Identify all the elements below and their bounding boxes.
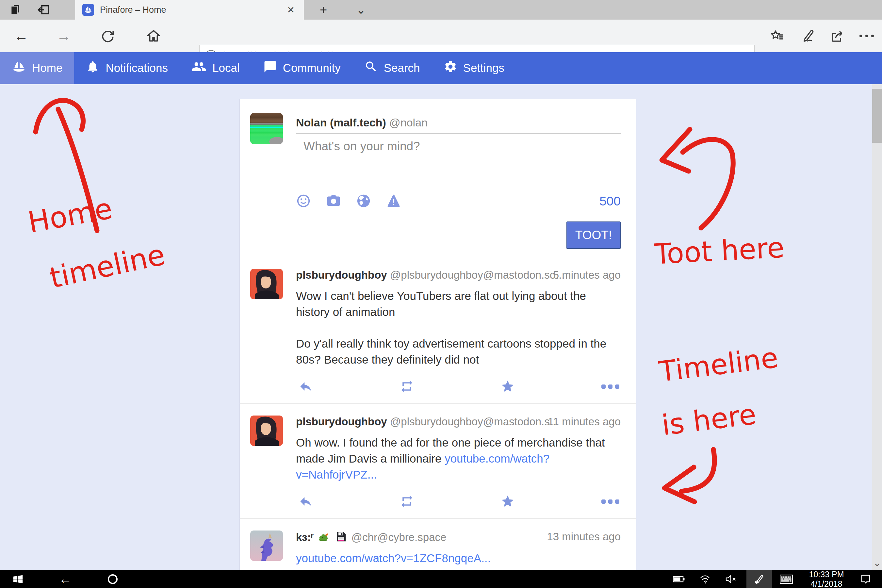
floppy-disk-emoji	[335, 531, 347, 543]
sailboat-icon	[12, 60, 26, 76]
action-center-icon[interactable]	[854, 570, 877, 588]
battery-icon[interactable]	[669, 570, 688, 588]
more-options-icon[interactable]	[602, 379, 620, 394]
web-note-pen-button[interactable]	[793, 20, 822, 52]
avatar[interactable]	[250, 269, 283, 299]
pinafore-navbar: Home Notifications Local Community Searc…	[0, 52, 882, 84]
bell-icon	[86, 60, 100, 76]
clock-date: 4/1/2018	[810, 579, 842, 588]
toot-text: Wow I can't believe YouTubers are flat o…	[296, 288, 621, 320]
home-button[interactable]	[139, 20, 168, 52]
nav-label: Community	[283, 62, 341, 75]
chat-bubble-icon	[263, 60, 277, 76]
nav-label: Local	[212, 62, 240, 75]
favorite-star-icon[interactable]	[501, 494, 515, 508]
account-handle[interactable]: @plsburydoughboy@mastodon.so...	[390, 269, 565, 281]
hub-favorites-button[interactable]	[763, 20, 792, 52]
toot-button[interactable]: TOOT!	[567, 222, 621, 249]
display-name: Nolan (malf.tech)	[296, 116, 386, 129]
toot-item: 13 minutes ago kз:ʳ @chr@cybre.space you…	[240, 518, 636, 570]
volume-muted-icon[interactable]	[720, 570, 741, 588]
toot-text: Do y'all really think toy advertisement …	[296, 336, 621, 368]
scrollbar-down-arrow[interactable]: ⌄	[872, 556, 882, 569]
gear-icon	[444, 60, 458, 76]
reply-icon[interactable]	[298, 379, 313, 394]
nav-label: Home	[32, 62, 62, 75]
avatar[interactable]	[250, 416, 283, 446]
tab-close-icon[interactable]: ✕	[285, 4, 297, 15]
refresh-button[interactable]	[93, 20, 123, 52]
nav-tab-home[interactable]: Home	[0, 52, 74, 84]
content-warning-icon[interactable]	[386, 194, 401, 208]
toot-item: 5 minutes ago plsburydoughboy @plsburydo…	[240, 257, 636, 404]
toot-text: Oh wow. I found the ad for the one piece…	[296, 435, 621, 483]
toot-link[interactable]: youtube.com/watch?v=1ZCF8ngqeA...	[296, 552, 490, 564]
tab-preview-icon[interactable]	[4, 0, 27, 20]
timeline-column: Nolan (malf.tech) @nolan 500 TOOT!	[240, 99, 636, 570]
nav-tab-local[interactable]: Local	[180, 52, 252, 84]
nav-tab-notifications[interactable]: Notifications	[74, 52, 180, 84]
nav-tab-community[interactable]: Community	[252, 52, 352, 84]
account-handle[interactable]: @chr@cybre.space	[351, 531, 447, 543]
windows-ink-pen-icon[interactable]	[746, 570, 772, 588]
scrollbar-thumb[interactable]	[872, 89, 882, 143]
account-handle[interactable]: @plsburydoughboy@mastodon.s...	[390, 416, 559, 428]
nav-label: Settings	[463, 62, 504, 75]
char-count: 500	[599, 194, 621, 208]
nav-tab-settings[interactable]: Settings	[432, 52, 516, 84]
more-options-icon[interactable]	[852, 20, 881, 52]
toot-item: 11 minutes ago plsburydoughboy @plsburyd…	[240, 404, 636, 518]
new-tab-button[interactable]: +	[312, 0, 335, 20]
avatar[interactable]	[250, 113, 283, 144]
display-name[interactable]: plsburydoughboy	[296, 416, 387, 428]
boost-icon[interactable]	[399, 379, 414, 394]
toot-timestamp: 13 minutes ago	[547, 531, 621, 543]
compose-box: Nolan (malf.tech) @nolan 500 TOOT!	[240, 99, 636, 257]
taskbar-back-button[interactable]: ←	[54, 570, 77, 588]
compose-input[interactable]	[296, 133, 621, 182]
browser-tab-strip: Pinafore – Home ✕ + ⌄	[0, 0, 882, 20]
dragon-emoji	[318, 531, 330, 543]
touch-keyboard-icon[interactable]	[775, 570, 798, 588]
boost-icon[interactable]	[399, 494, 414, 508]
clock-time: 10:33 PM	[809, 570, 844, 579]
tab-list-chevron-icon[interactable]: ⌄	[350, 0, 372, 20]
windows-taskbar: ← 10:33 PM 4/1/2018	[0, 570, 882, 588]
cortana-button[interactable]	[101, 570, 124, 588]
favorite-star-icon[interactable]	[501, 379, 515, 394]
display-name[interactable]: plsburydoughboy	[296, 269, 387, 281]
back-button[interactable]: ←	[6, 20, 36, 52]
browser-tab[interactable]: Pinafore – Home ✕	[75, 0, 304, 20]
set-tabs-aside-icon[interactable]	[33, 0, 56, 20]
nav-tab-search[interactable]: Search	[352, 52, 432, 84]
globe-icon[interactable]	[356, 194, 371, 208]
wifi-icon[interactable]	[695, 570, 715, 588]
pinafore-page: Nolan (malf.tech) @nolan 500 TOOT!	[0, 84, 882, 570]
pinafore-favicon	[82, 4, 94, 16]
tab-title: Pinafore – Home	[100, 5, 285, 15]
account-handle: @nolan	[389, 116, 428, 129]
reply-icon[interactable]	[298, 494, 313, 508]
share-button[interactable]	[822, 20, 852, 52]
display-name[interactable]: kз:ʳ	[296, 531, 314, 543]
avatar[interactable]	[250, 531, 283, 561]
more-options-icon[interactable]	[602, 494, 620, 508]
emoji-icon[interactable]	[296, 194, 311, 208]
people-icon	[191, 59, 207, 77]
camera-icon[interactable]	[326, 194, 341, 208]
search-icon	[364, 60, 378, 76]
page-scrollbar[interactable]: ⌄	[872, 84, 882, 570]
browser-toolbar: ← → i https://dev.pinafore.social/	[0, 20, 882, 52]
nav-label: Notifications	[105, 62, 168, 75]
start-button[interactable]	[6, 570, 29, 588]
forward-button[interactable]: →	[49, 20, 78, 52]
taskbar-clock[interactable]: 10:33 PM 4/1/2018	[800, 570, 853, 588]
nav-label: Search	[384, 62, 420, 75]
